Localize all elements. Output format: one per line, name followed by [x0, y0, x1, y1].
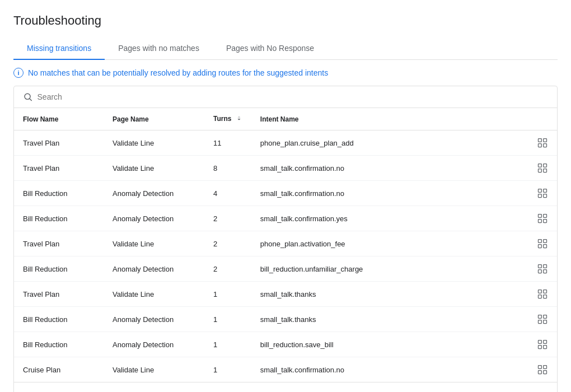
svg-rect-29	[544, 295, 547, 298]
svg-rect-18	[539, 240, 542, 243]
svg-rect-5	[544, 144, 547, 147]
cell-page: Validate Line	[104, 156, 204, 181]
cell-action	[528, 256, 557, 282]
info-message: No matches that can be potentially resol…	[28, 68, 328, 77]
search-icon	[23, 92, 33, 102]
svg-rect-37	[544, 346, 547, 349]
cell-intent: bill_reduction.save_bill	[251, 332, 528, 357]
svg-rect-7	[544, 164, 547, 167]
svg-rect-24	[539, 270, 542, 273]
svg-rect-23	[544, 265, 547, 268]
svg-rect-6	[539, 164, 542, 167]
svg-rect-26	[539, 290, 542, 293]
cell-flow: Bill Reduction	[14, 206, 104, 231]
svg-rect-39	[544, 366, 547, 369]
row-action-icon[interactable]	[537, 213, 548, 224]
cell-page: Anomaly Detection	[104, 181, 204, 206]
cell-page: Anomaly Detection	[104, 256, 204, 282]
table-row: Bill Reduction Anomaly Detection 2 small…	[14, 206, 557, 231]
cell-page: Anomaly Detection	[104, 206, 204, 231]
cell-action	[528, 130, 557, 156]
svg-rect-22	[539, 265, 542, 268]
data-table: Flow Name Page Name Turns Intent Name Tr…	[14, 108, 557, 382]
cell-flow: Travel Plan	[14, 231, 104, 256]
svg-rect-41	[544, 371, 547, 374]
svg-rect-36	[539, 346, 542, 349]
search-row	[14, 86, 557, 108]
cell-intent: small_talk.confirmation.no	[251, 357, 528, 382]
row-action-icon[interactable]	[537, 314, 548, 325]
row-action-icon[interactable]	[537, 364, 548, 375]
table-body: Travel Plan Validate Line 11 phone_plan.…	[14, 130, 557, 382]
cell-intent: phone_plan.activation_fee	[251, 231, 528, 256]
svg-rect-10	[539, 189, 542, 193]
table-row: Travel Plan Validate Line 11 phone_plan.…	[14, 130, 557, 156]
row-action-icon[interactable]	[537, 137, 548, 148]
cell-turns: 1	[204, 357, 251, 382]
svg-rect-12	[539, 194, 542, 198]
info-icon: i	[13, 68, 24, 78]
cell-turns: 2	[204, 231, 251, 256]
cell-action	[528, 282, 557, 307]
cell-page: Anomaly Detection	[104, 332, 204, 357]
cell-action	[528, 231, 557, 256]
svg-rect-28	[539, 295, 542, 298]
cell-page: Validate Line	[104, 130, 204, 156]
page-container: Troubleshooting Missing transitions Page…	[0, 0, 571, 392]
cell-page: Validate Line	[104, 357, 204, 382]
svg-rect-27	[544, 290, 547, 293]
svg-rect-33	[544, 320, 547, 324]
cell-page: Validate Line	[104, 231, 204, 256]
cell-flow: Bill Reduction	[14, 256, 104, 282]
svg-rect-40	[539, 371, 542, 374]
col-header-turns[interactable]: Turns	[204, 108, 251, 130]
tab-pages-no-response[interactable]: Pages with No Response	[213, 37, 327, 59]
search-input[interactable]	[38, 92, 548, 101]
sort-turns-icon	[236, 115, 242, 123]
svg-rect-38	[539, 366, 542, 369]
cell-action	[528, 181, 557, 206]
svg-rect-11	[544, 189, 547, 193]
cell-turns: 2	[204, 256, 251, 282]
tab-missing-transitions[interactable]: Missing transitions	[13, 37, 105, 59]
svg-rect-2	[539, 139, 542, 142]
cell-intent: bill_reduction.unfamiliar_charge	[251, 256, 528, 282]
svg-rect-32	[539, 320, 542, 324]
table-row: Bill Reduction Anomaly Detection 2 bill_…	[14, 256, 557, 282]
cell-flow: Bill Reduction	[14, 332, 104, 357]
row-action-icon[interactable]	[537, 238, 548, 249]
prev-page-button[interactable]: ‹	[519, 388, 529, 392]
cell-flow: Bill Reduction	[14, 307, 104, 332]
svg-rect-13	[544, 194, 547, 198]
svg-rect-17	[544, 220, 547, 223]
svg-rect-4	[539, 144, 542, 147]
row-action-icon[interactable]	[537, 288, 548, 300]
row-action-icon[interactable]	[537, 188, 548, 199]
svg-rect-15	[544, 214, 547, 218]
col-header-intent: Intent Name	[251, 108, 528, 130]
cell-flow: Cruise Plan	[14, 357, 104, 382]
cell-page: Anomaly Detection	[104, 307, 204, 332]
svg-line-1	[30, 99, 31, 100]
table-row: Travel Plan Validate Line 1 small_talk.t…	[14, 282, 557, 307]
svg-rect-34	[539, 340, 542, 344]
col-header-page: Page Name	[104, 108, 204, 130]
cell-turns: 1	[204, 307, 251, 332]
row-action-icon[interactable]	[537, 339, 548, 350]
svg-point-0	[25, 94, 30, 99]
table-row: Cruise Plan Validate Line 1 small_talk.c…	[14, 357, 557, 382]
tabs-container: Missing transitions Pages with no matche…	[13, 37, 558, 60]
cell-page: Validate Line	[104, 282, 204, 307]
cell-action	[528, 307, 557, 332]
tab-pages-no-matches[interactable]: Pages with no matches	[105, 37, 213, 59]
table-row: Travel Plan Validate Line 8 small_talk.c…	[14, 156, 557, 181]
cell-turns: 4	[204, 181, 251, 206]
cell-intent: small_talk.thanks	[251, 307, 528, 332]
cell-turns: 11	[204, 130, 251, 156]
table-row: Travel Plan Validate Line 2 phone_plan.a…	[14, 231, 557, 256]
table-wrapper: Flow Name Page Name Turns Intent Name Tr…	[13, 86, 558, 392]
next-page-button[interactable]: ›	[539, 388, 548, 392]
svg-rect-21	[544, 245, 547, 248]
row-action-icon[interactable]	[537, 263, 548, 274]
row-action-icon[interactable]	[537, 162, 548, 174]
